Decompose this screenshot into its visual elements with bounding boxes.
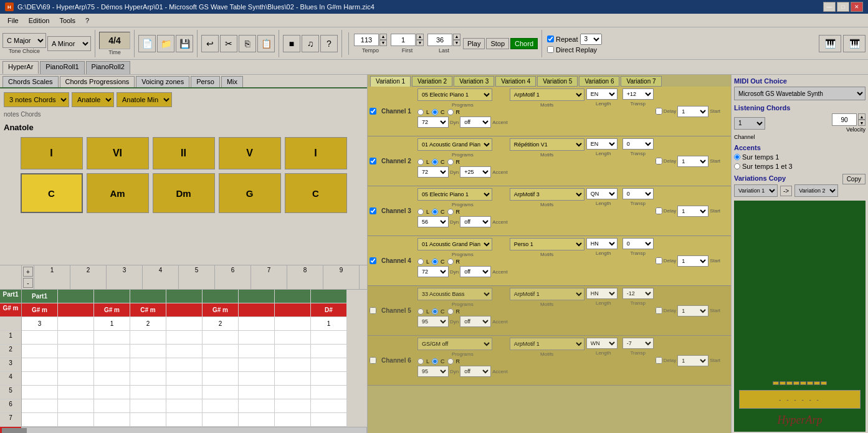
ch6-dyn[interactable]: 95 — [417, 366, 449, 377]
e5c8[interactable] — [275, 386, 311, 399]
ch4-motif-select[interactable]: Perso 1 — [510, 238, 584, 250]
ch4-enable[interactable] — [370, 257, 376, 264]
last-up[interactable]: ▲ — [453, 34, 460, 40]
horizontal-scrollbar[interactable] — [0, 427, 367, 433]
copy-arrow-button[interactable]: -> — [780, 186, 792, 196]
num-c9[interactable]: 1 — [311, 317, 347, 331]
chord-c2[interactable] — [58, 303, 94, 317]
degree-I2[interactable]: I — [285, 137, 347, 169]
ch4-delay[interactable] — [656, 257, 662, 264]
e2c8[interactable] — [275, 345, 311, 358]
stop-button[interactable]: Stop — [486, 38, 509, 49]
ch6-transp[interactable]: -7 — [622, 338, 654, 349]
ch4-program-select[interactable]: 01 Acoustic Grand Piano — [417, 238, 492, 250]
e4c2[interactable] — [58, 372, 94, 386]
menu-tools[interactable]: Tools — [54, 16, 80, 26]
chord-Dm[interactable]: Dm — [153, 173, 215, 213]
chord-Am[interactable]: Am — [87, 173, 149, 213]
tempo-down[interactable]: ▼ — [379, 40, 387, 46]
ch3-radio-C[interactable] — [432, 209, 438, 215]
ch6-radio-C[interactable] — [432, 358, 438, 364]
paste-button[interactable]: 📋 — [257, 35, 275, 52]
e1c5[interactable] — [166, 331, 203, 345]
subtab-voicing[interactable]: Voicing zones — [136, 76, 189, 87]
ch2-motif-select[interactable]: Répétition V1 — [510, 138, 584, 151]
chord-c5[interactable] — [166, 303, 203, 317]
var-tab-5[interactable]: Variation 5 — [537, 76, 578, 87]
var-tab-4[interactable]: Variation 4 — [495, 76, 536, 87]
cell-p4[interactable] — [130, 290, 166, 303]
menu-edition[interactable]: Edition — [24, 16, 55, 26]
e3c1[interactable] — [22, 358, 58, 372]
ch4-len[interactable]: HN — [586, 238, 618, 249]
e2c6[interactable] — [203, 345, 239, 358]
cell-p8[interactable] — [275, 290, 311, 303]
menu-file[interactable]: File — [2, 16, 24, 26]
tab-hyperarp[interactable]: HyperAr — [2, 61, 39, 74]
e3c8[interactable] — [275, 358, 311, 372]
e1c3[interactable] — [94, 331, 130, 345]
num-c4[interactable]: 2 — [130, 317, 166, 331]
ch2-enable[interactable] — [370, 158, 376, 164]
ch1-radio-L[interactable] — [417, 109, 424, 115]
vel-down[interactable]: ▼ — [858, 120, 866, 126]
e1c1[interactable] — [22, 331, 58, 345]
accent1-radio[interactable] — [734, 154, 740, 160]
e3c3[interactable] — [94, 358, 130, 372]
accent2-radio[interactable] — [734, 163, 740, 169]
ch5-transp[interactable]: -12 — [622, 288, 654, 299]
e5c9[interactable] — [311, 386, 347, 399]
zoom-out[interactable]: - — [23, 278, 33, 288]
cell-p6[interactable] — [203, 290, 239, 303]
e6c7[interactable] — [239, 399, 275, 413]
var-to-select[interactable]: Variation 2 — [794, 184, 838, 197]
e6c4[interactable] — [130, 399, 166, 413]
num-c5[interactable] — [166, 317, 203, 331]
copy-button[interactable]: ⎘ — [239, 35, 256, 52]
e4c8[interactable] — [275, 372, 311, 386]
ch5-radio-R[interactable] — [447, 308, 454, 315]
ch2-dyn[interactable]: 72 — [417, 166, 449, 178]
subtab-mix[interactable]: Mix — [221, 76, 243, 87]
ch5-enable[interactable] — [370, 307, 376, 314]
e3c6[interactable] — [203, 358, 239, 372]
ch6-motif-select[interactable]: ArpMotif 1 — [510, 338, 584, 350]
e4c4[interactable] — [130, 372, 166, 386]
ch6-accent[interactable]: off — [460, 366, 491, 377]
chord-c9[interactable]: D# — [311, 303, 347, 317]
ch6-radio-L[interactable] — [417, 358, 424, 364]
e3c2[interactable] — [58, 358, 94, 372]
var-tab-3[interactable]: Variation 3 — [454, 76, 494, 87]
ch3-program-select[interactable]: 05 Electric Piano 1 — [417, 188, 492, 201]
degree-II[interactable]: II — [153, 137, 215, 169]
undo-button[interactable]: ↩ — [201, 35, 219, 52]
ch3-delay[interactable] — [656, 207, 662, 214]
cell-p9[interactable] — [311, 290, 347, 303]
ch3-len[interactable]: QN — [586, 188, 618, 199]
e1c4[interactable] — [130, 331, 166, 345]
e7c5[interactable] — [166, 413, 203, 427]
e7c8[interactable] — [275, 413, 311, 427]
ch4-radio-R[interactable] — [447, 259, 454, 265]
ch5-accent[interactable]: off — [460, 316, 491, 327]
chord-button[interactable]: Chord — [510, 38, 538, 49]
ch1-transp[interactable]: +12 — [622, 88, 654, 100]
e2c5[interactable] — [166, 345, 203, 358]
view2-button[interactable]: ♫ — [302, 35, 319, 52]
num-c7[interactable] — [239, 317, 275, 331]
ch2-radio-C[interactable] — [432, 159, 438, 165]
ch6-start[interactable]: 1 — [677, 355, 708, 366]
e5c7[interactable] — [239, 386, 275, 399]
e5c1[interactable] — [22, 386, 58, 399]
ch2-radio-R[interactable] — [447, 159, 454, 165]
chord-C[interactable]: C — [21, 173, 83, 213]
e4c3[interactable] — [94, 372, 130, 386]
save-button[interactable]: 💾 — [176, 35, 193, 52]
ch1-len[interactable]: EN — [586, 88, 618, 100]
e5c2[interactable] — [58, 386, 94, 399]
e6c2[interactable] — [58, 399, 94, 413]
ch6-program-select[interactable]: GS/GM off — [417, 338, 492, 350]
close-button[interactable]: ✕ — [851, 2, 863, 12]
minimize-button[interactable]: ― — [823, 2, 836, 12]
e4c1[interactable] — [22, 372, 58, 386]
